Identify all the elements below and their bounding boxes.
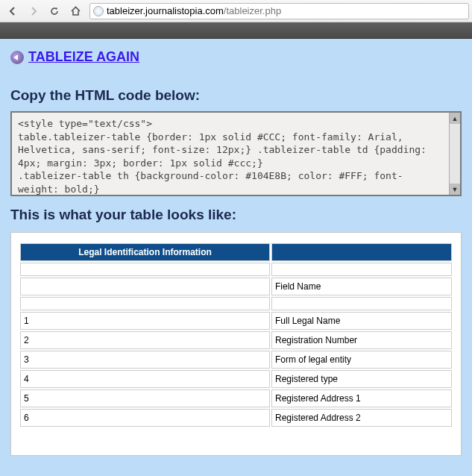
tableize-again-link[interactable]: TABLEIZE AGAIN xyxy=(28,49,139,65)
code-output-box[interactable]: <style type="text/css"> table.tableizer-… xyxy=(10,111,462,196)
reload-button[interactable] xyxy=(45,3,64,19)
table-cell-a xyxy=(20,297,270,310)
table-header-row: Legal Identification Information xyxy=(20,243,452,261)
back-circle-icon xyxy=(10,51,24,64)
table-cell-b: Field Name xyxy=(271,278,452,295)
scroll-up-button[interactable]: ▲ xyxy=(450,113,460,124)
preview-table: Legal Identification Information Field N… xyxy=(19,242,453,428)
table-cell-a: 1 xyxy=(20,312,270,330)
table-row xyxy=(20,297,452,310)
page-body: TABLEIZE AGAIN Copy the HTML code below:… xyxy=(0,39,472,476)
table-cell-b xyxy=(271,263,452,276)
preview-panel: Legal Identification Information Field N… xyxy=(10,232,462,456)
table-row: 1Full Legal Name xyxy=(20,312,452,330)
url-path: /tableizer.php xyxy=(224,5,281,16)
table-cell-b: Registered Address 1 xyxy=(271,389,452,407)
table-header-b xyxy=(271,243,452,261)
table-row: 5Registered Address 1 xyxy=(20,389,452,407)
table-row: 4Registered type xyxy=(20,370,452,388)
tableize-again-row: TABLEIZE AGAIN xyxy=(10,49,462,65)
browser-toolbar: tableizer.journalistopia.com/tableizer.p… xyxy=(0,0,472,22)
table-cell-b: Registered Address 2 xyxy=(271,409,452,427)
table-cell-a: 3 xyxy=(20,351,270,369)
table-header-a: Legal Identification Information xyxy=(20,243,270,261)
tab-strip xyxy=(0,22,472,39)
table-cell-a: 5 xyxy=(20,389,270,407)
table-cell-b: Form of legal entity xyxy=(271,351,452,369)
table-cell-b: Registration Number xyxy=(271,331,452,349)
table-cell-a: 2 xyxy=(20,331,270,349)
code-text[interactable]: <style type="text/css"> table.tableizer-… xyxy=(12,113,449,195)
url-host: tableizer.journalistopia.com/tableizer.p… xyxy=(107,5,281,16)
table-row: 3Form of legal entity xyxy=(20,351,452,369)
address-bar[interactable]: tableizer.journalistopia.com/tableizer.p… xyxy=(89,3,469,19)
table-row: 6Registered Address 2 xyxy=(20,409,452,427)
site-icon xyxy=(93,6,104,16)
table-cell-a xyxy=(20,278,270,295)
copy-code-heading: Copy the HTML code below: xyxy=(10,87,462,104)
back-button[interactable] xyxy=(3,3,22,19)
table-cell-b xyxy=(271,297,452,310)
code-scrollbar[interactable]: ▲ ▼ xyxy=(449,113,460,195)
table-cell-b: Full Legal Name xyxy=(271,312,452,330)
table-cell-a: 6 xyxy=(20,409,270,427)
forward-button xyxy=(24,3,43,19)
table-row xyxy=(20,263,452,276)
table-row: Field Name xyxy=(20,278,452,295)
table-cell-a: 4 xyxy=(20,370,270,388)
scroll-thumb[interactable] xyxy=(450,124,460,184)
table-row: 2Registration Number xyxy=(20,331,452,349)
preview-heading: This is what your table looks like: xyxy=(10,207,462,223)
scroll-down-button[interactable]: ▼ xyxy=(450,184,460,195)
home-button[interactable] xyxy=(66,3,85,19)
table-cell-a xyxy=(20,263,270,276)
table-cell-b: Registered type xyxy=(271,370,452,388)
